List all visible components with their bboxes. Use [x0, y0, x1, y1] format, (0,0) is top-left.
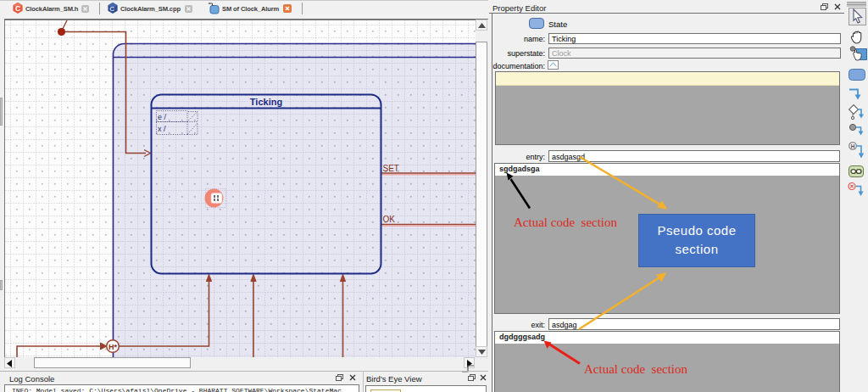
svg-text:C: C [15, 4, 20, 13]
svg-text:C: C [109, 5, 114, 13]
svg-text:OK: OK [383, 215, 396, 224]
svg-text:Ticking: Ticking [250, 97, 282, 107]
svg-text:H: H [851, 143, 855, 149]
svg-text:H*: H* [108, 343, 117, 351]
svg-text:x /: x / [158, 125, 166, 133]
svg-text:SET: SET [383, 164, 399, 173]
svg-text:e /: e / [158, 113, 167, 121]
